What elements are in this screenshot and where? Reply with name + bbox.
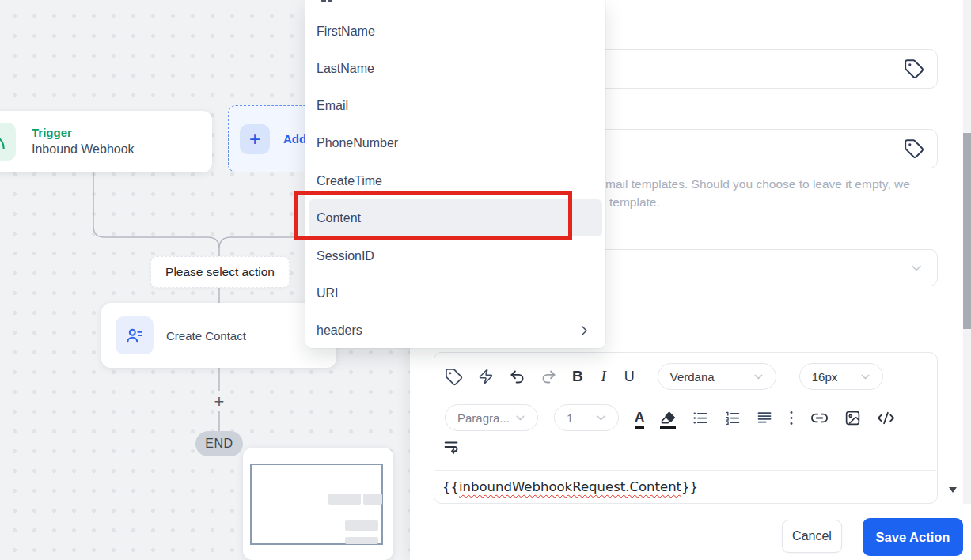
line-height-value: 1 (567, 411, 573, 425)
dropdown-item-headers-label: headers (317, 324, 362, 337)
merge-token: inboundWebhookRequest.Content (459, 479, 681, 494)
numbered-list-button[interactable] (724, 410, 741, 426)
redo-button[interactable] (540, 369, 557, 385)
scroll-down-arrow-icon[interactable] (949, 487, 957, 493)
preview-placeholder-bar (345, 537, 378, 544)
preview-card[interactable] (243, 448, 393, 560)
create-contact-node[interactable]: Create Contact (101, 303, 336, 368)
trigger-node[interactable]: Trigger Inbound Webhook (0, 111, 212, 172)
dropdown-clipped-item (328, 0, 332, 2)
contact-icon (116, 316, 154, 354)
chevron-down-icon (752, 370, 765, 384)
select-action-label: Please select action (150, 256, 290, 288)
editor-content[interactable]: {{inboundWebhookRequest.Content}} (442, 479, 698, 494)
create-contact-label: Create Contact (166, 329, 246, 342)
end-badge: END (195, 431, 243, 456)
preview-placeholder-bar (328, 494, 361, 505)
dropdown-clipped-item (321, 0, 326, 2)
font-size-value: 16px (812, 370, 838, 384)
dropdown-item-createtime[interactable]: CreateTime (305, 162, 605, 199)
tag-icon[interactable] (904, 59, 924, 79)
preview-frame (250, 464, 383, 545)
tag-icon[interactable] (904, 138, 924, 159)
plus-icon: + (240, 124, 270, 154)
add-action-label: Add (283, 132, 306, 146)
dropdown-item-sessionid[interactable]: SessionID (305, 237, 605, 274)
line-height-select[interactable]: 1 (554, 404, 619, 431)
italic-button[interactable]: I (598, 368, 609, 385)
dropdown-item-lastname[interactable]: LastName (305, 50, 605, 87)
token-open-braces: {{ (442, 479, 459, 494)
dropdown-item-uri[interactable]: URI (305, 274, 605, 312)
bold-button[interactable]: B (572, 368, 583, 385)
rich-text-editor: B I U Verdana 16px Paragra... (434, 352, 938, 504)
merge-tag-button[interactable] (445, 368, 463, 386)
chevron-down-icon (859, 370, 872, 384)
text-wrap-button[interactable] (443, 437, 461, 455)
font-family-value: Verdana (670, 370, 715, 384)
panel-scrollbar-thumb[interactable] (963, 133, 971, 329)
code-view-button[interactable] (877, 409, 895, 427)
preview-placeholder-bar (363, 494, 382, 505)
trigger-node-subtitle: Inbound Webhook (32, 142, 135, 157)
highlight-color-button[interactable] (660, 410, 676, 426)
undo-button[interactable] (509, 369, 525, 385)
editor-divider (435, 470, 936, 471)
dropdown-item-phonenumber[interactable]: PhoneNumber (305, 124, 605, 161)
webhook-signal-icon (0, 123, 16, 161)
add-step-plus-icon[interactable]: + (211, 392, 228, 412)
workflow-editor-screen: Trigger Inbound Webhook + Add Please sel… (0, 0, 971, 560)
trigger-node-title: Trigger (32, 126, 135, 141)
cancel-button[interactable]: Cancel (782, 520, 842, 553)
dropdown-item-content[interactable]: Content (309, 199, 602, 236)
chevron-down-icon (908, 260, 924, 276)
font-size-select[interactable]: 16px (799, 363, 883, 390)
chevron-down-icon (594, 411, 608, 425)
more-options-button[interactable] (788, 410, 795, 426)
chevron-down-icon (514, 411, 527, 425)
font-family-select[interactable]: Verdana (658, 363, 776, 390)
text-align-button[interactable] (757, 410, 772, 426)
merge-field-dropdown: FirstName LastName Email PhoneNumber Cre… (305, 0, 605, 348)
dropdown-item-email[interactable]: Email (305, 87, 605, 124)
preview-placeholder-bar (345, 520, 378, 531)
chevron-right-icon (577, 324, 591, 338)
token-close-braces: }} (681, 479, 698, 494)
dropdown-item-headers[interactable]: headers (305, 312, 605, 349)
dynamic-content-lightning-button[interactable] (478, 369, 494, 384)
font-color-button[interactable]: A (635, 410, 644, 426)
save-action-button[interactable]: Save Action (863, 518, 963, 556)
dropdown-item-firstname[interactable]: FirstName (305, 13, 605, 50)
paragraph-style-value: Paragra... (457, 411, 510, 425)
paragraph-style-select[interactable]: Paragra... (445, 404, 538, 431)
underline-button[interactable]: U (624, 369, 635, 385)
insert-link-button[interactable] (810, 409, 829, 427)
insert-image-button[interactable] (844, 410, 861, 426)
bullet-list-button[interactable] (692, 410, 708, 426)
